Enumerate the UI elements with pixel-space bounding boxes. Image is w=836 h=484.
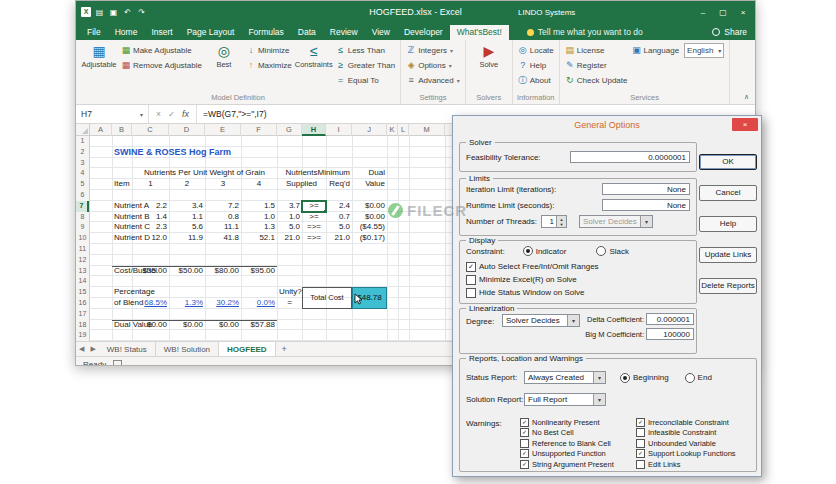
column-header-g[interactable]: G [277,124,302,136]
row-header-10[interactable]: 10 [76,233,89,244]
cell-J5[interactable]: Value [352,179,387,190]
cell-I10[interactable]: 21.0 [326,233,352,244]
tab-file[interactable]: File [80,25,108,40]
warning-reference-to-blank-cell-checkbox[interactable]: Reference to Blank Cell [520,438,636,449]
row-header-8[interactable]: 8 [76,212,89,223]
column-header-c[interactable]: C [132,124,169,136]
options-button[interactable]: ◈Options▾ [406,58,460,72]
language-button[interactable]: ▣LanguageEnglish▾ [632,43,725,57]
undo-icon[interactable]: ↶ [122,8,133,17]
column-header-a[interactable]: A [90,124,112,136]
column-header-d[interactable]: D [169,124,205,136]
column-header-b[interactable]: B [112,124,132,136]
adjustable-button[interactable]: ▦Adjustable [79,41,119,71]
cell-H4[interactable]: Minimum [302,168,352,179]
name-box[interactable]: H7 [76,105,149,123]
collapse-ribbon-icon[interactable]: ∧ [744,93,749,101]
tab-review[interactable]: Review [323,25,365,40]
big-m-coefficient-input[interactable]: 100000 [646,328,694,340]
row-header-3[interactable]: 3 [76,158,89,169]
cell-C9[interactable]: 2.3 [132,222,169,233]
sheet-scroll-right-icon[interactable]: ▶ [87,342,98,356]
cell-C7[interactable]: 2.2 [132,201,169,212]
cell-G16[interactable]: = [277,298,302,309]
cell-D8[interactable]: 1.1 [169,212,205,223]
cell-E10[interactable]: 41.8 [205,233,241,244]
dialog-titlebar[interactable]: General Options × [453,116,761,134]
column-header-m[interactable]: M [409,124,445,136]
about-button[interactable]: ⓘAbout [518,73,554,87]
cell-I8[interactable]: 0.7 [326,212,352,223]
cancel-icon[interactable]: × [156,109,161,119]
cell-H5[interactable]: Req'd [302,179,352,190]
runtime-limit-seconds-input[interactable]: None [602,199,690,211]
row-header-15[interactable]: 15 [76,287,89,298]
row-header-13[interactable]: 13 [76,266,89,277]
column-header-i[interactable]: I [326,124,352,136]
column-header-k[interactable]: K [387,124,398,136]
cell-F13[interactable]: $95.00 [241,266,277,277]
cell-E16[interactable]: 30.2% [205,298,241,309]
cell-C13[interactable]: $35.00 [132,266,169,277]
cell-I9[interactable]: 5.0 [326,222,352,233]
locate-button[interactable]: ◎Locate [518,43,554,57]
language-select[interactable]: English▾ [684,43,724,58]
spinner-arrows-icon[interactable] [556,216,566,227]
warning-string-argument-present-checkbox[interactable]: ✓String Argument Present [520,459,636,470]
redo-icon[interactable]: ↷ [136,8,147,17]
remove-adjustable-button[interactable]: ▦Remove Adjustable [121,58,202,72]
cell-G7[interactable]: 3.7 [277,201,302,212]
cell-H15[interactable]: Total Cost [302,287,352,309]
row-header-19[interactable]: 19 [76,330,89,341]
threads-spinner[interactable]: 1 [541,215,567,228]
cell-B2[interactable]: SWINE & ROSES Hog Farm [112,147,352,158]
greater-than-button[interactable]: ≥Greater Than [336,58,395,72]
formula-input[interactable]: =WB(G7,">=",I7) [197,105,272,123]
cell-E7[interactable]: 7.2 [205,201,241,212]
less-than-button[interactable]: ≤Less Than [336,43,395,57]
tab-formulas[interactable]: Formulas [241,25,290,40]
cell-C16[interactable]: 68.5% [132,298,169,309]
cell-D5[interactable]: 2 [169,179,205,190]
row-header-6[interactable]: 6 [76,190,89,201]
solve-button[interactable]: ▶Solve [469,41,509,71]
share-button[interactable]: Share [712,27,747,37]
cell-D18[interactable]: $0.00 [169,320,205,331]
cell-F5[interactable]: 4 [241,179,277,190]
row-header-16[interactable]: 16 [76,298,89,309]
cell-C5[interactable]: 1 [132,179,169,190]
cell-J7[interactable]: $0.00 [352,201,387,212]
advanced-button[interactable]: ≡Advanced▾ [406,73,460,87]
best-button[interactable]: ◎Best [204,41,244,71]
cell-E9[interactable]: 11.1 [205,222,241,233]
cell-J9[interactable]: ($4.55) [352,222,387,233]
row-header-17[interactable]: 17 [76,309,89,320]
column-header-h[interactable]: H [302,124,326,136]
cell-E5[interactable]: 3 [205,179,241,190]
cell-C4[interactable]: Nutrients Per Unit Weight of Grain [132,168,277,179]
tab-view[interactable]: View [365,25,397,40]
row-header-4[interactable]: 4 [76,168,89,179]
minimize-button[interactable]: – [693,8,713,17]
register-button[interactable]: ✎Register [565,58,628,72]
cell-F10[interactable]: 52.1 [241,233,277,244]
warning-nonlinearity-present-checkbox[interactable]: ✓Nonlinearity Present [520,417,636,428]
cell-F8[interactable]: 1.0 [241,212,277,223]
cell-J10[interactable]: ($0.17) [352,233,387,244]
cell-G10[interactable]: 21.0 [277,233,302,244]
save-icon[interactable]: ▣ [108,8,119,17]
column-header-e[interactable]: E [205,124,241,136]
sheet-scroll-left-icon[interactable]: ◀ [76,342,87,356]
excel-logo-icon[interactable]: X [81,7,91,17]
cell-B15[interactable]: Percentage [112,287,169,298]
row-header-12[interactable]: 12 [76,255,89,266]
constraint-slack-radio[interactable]: Slack [596,246,629,256]
row-header-14[interactable]: 14 [76,276,89,287]
restore-button[interactable]: ▢ [713,8,733,17]
cell-D7[interactable]: 3.4 [169,201,205,212]
new-file-icon[interactable]: ▤ [94,8,105,17]
warning-infeasible-constraint-checkbox[interactable]: Infeasible Constraint [636,428,752,439]
enter-icon[interactable]: ✓ [168,109,175,119]
cell-D9[interactable]: 5.6 [169,222,205,233]
check-update-button[interactable]: ↻Check Update [565,73,628,87]
